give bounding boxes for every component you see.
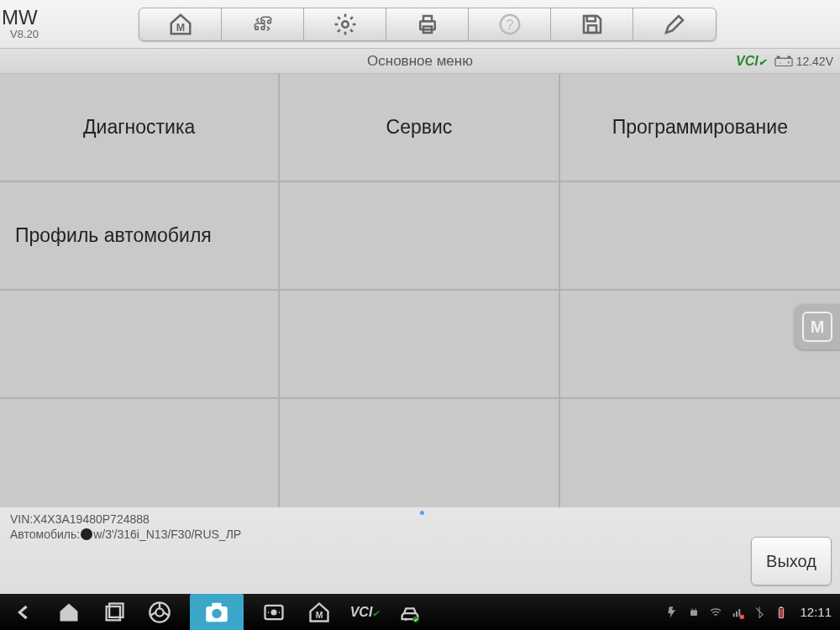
brand-area: MW V8.20 <box>0 8 139 40</box>
svg-point-1 <box>342 21 349 28</box>
home-icon <box>57 601 81 624</box>
network-x-icon: x <box>731 606 744 619</box>
footer-info: VIN:X4X3A19480P724888 Автомобиль: w/3'/3… <box>0 507 840 594</box>
menu-empty-cell <box>280 182 559 291</box>
nav-vci-button[interactable]: VCI✔ <box>349 597 380 627</box>
svg-text:?: ? <box>506 17 513 32</box>
svg-point-22 <box>271 609 277 615</box>
nav-camera-button[interactable] <box>190 594 244 630</box>
menu-empty-cell <box>560 182 840 291</box>
subheader: Основное меню VCI✔ -+ 12.42V <box>0 49 840 74</box>
vci-badge: VCI✔ <box>736 54 766 69</box>
recent-apps-icon <box>102 601 126 624</box>
svg-text:M: M <box>176 21 184 33</box>
nav-back-button[interactable] <box>8 597 39 627</box>
home-button[interactable]: M <box>139 8 222 40</box>
nav-recent-button[interactable] <box>99 597 129 627</box>
svg-rect-32 <box>736 611 738 617</box>
edit-button[interactable] <box>633 8 716 40</box>
print-button[interactable] <box>386 8 469 40</box>
vehicle-button[interactable] <box>222 8 304 40</box>
redacted-dot <box>81 528 92 540</box>
toolbar-button-group: M ? <box>139 8 717 41</box>
svg-rect-7 <box>586 16 595 21</box>
vehicle-label: Автомобиль: <box>10 528 80 541</box>
svg-point-17 <box>155 608 163 616</box>
nav-maxisys-button[interactable]: M <box>304 597 334 627</box>
svg-rect-37 <box>780 606 783 607</box>
brand-name: MW <box>2 8 139 28</box>
menu-empty-cell <box>0 399 280 507</box>
svg-point-19 <box>212 608 221 617</box>
nav-home-button[interactable] <box>54 597 84 627</box>
menu-item-vehicle-profile[interactable]: Профиль автомобиля <box>0 182 280 291</box>
status-area: VCI✔ -+ 12.42V <box>736 54 833 69</box>
svg-text:-: - <box>779 58 781 66</box>
page-dot-indicator <box>420 511 424 515</box>
vehicle-value: w/3'/316i_N13/F30/RUS_ЛР <box>93 528 241 541</box>
car-icon: ✔ <box>398 601 422 624</box>
menu-item-programming[interactable]: Программирование <box>560 74 840 182</box>
system-navbar: M VCI✔ ✔ x 12:11 <box>0 594 840 630</box>
menu-item-diagnostics[interactable]: Диагностика <box>0 74 280 182</box>
svg-rect-31 <box>733 613 735 617</box>
main-menu-grid: Диагностика Сервис Программирование Проф… <box>0 74 840 507</box>
menu-empty-cell <box>280 399 559 507</box>
help-button[interactable]: ? <box>469 8 551 40</box>
svg-rect-8 <box>588 25 596 33</box>
svg-text:✔: ✔ <box>414 617 418 622</box>
svg-rect-3 <box>423 16 432 21</box>
pencil-icon <box>662 12 687 37</box>
bluetooth-icon <box>753 606 766 619</box>
gear-icon <box>333 12 358 37</box>
battery-indicator: -+ 12.42V <box>774 55 833 68</box>
menu-empty-cell <box>560 399 840 507</box>
vehicle-swap-icon <box>250 12 276 37</box>
svg-rect-20 <box>212 602 221 607</box>
save-button[interactable] <box>551 8 633 40</box>
battery-status-icon <box>774 606 788 619</box>
camera-icon <box>202 598 231 627</box>
car-battery-icon: -+ <box>774 55 793 67</box>
menu-empty-cell <box>0 291 280 399</box>
system-tray[interactable]: x 12:11 <box>665 605 832 619</box>
clock: 12:11 <box>800 605 832 619</box>
settings-button[interactable] <box>304 8 386 40</box>
brightness-icon <box>262 601 286 624</box>
printer-icon <box>415 12 440 37</box>
svg-rect-38 <box>780 609 783 617</box>
voltage-value: 12.42V <box>796 55 833 68</box>
save-icon <box>580 12 605 37</box>
chrome-icon <box>148 601 171 624</box>
brand-version: V8.20 <box>2 28 139 40</box>
svg-text:M: M <box>316 610 323 620</box>
menu-empty-cell <box>280 291 559 399</box>
home-m-icon: M <box>168 12 193 37</box>
top-toolbar: MW V8.20 M ? <box>0 0 840 49</box>
vehicle-line: Автомобиль: w/3'/316i_N13/F30/RUS_ЛР <box>10 528 830 541</box>
wifi-icon <box>709 606 722 619</box>
svg-point-29 <box>692 608 693 609</box>
exit-button[interactable]: Выход <box>751 537 832 585</box>
vin-value: X4X3A19480P724888 <box>33 512 150 526</box>
flash-icon <box>665 606 679 619</box>
svg-point-30 <box>696 608 696 609</box>
help-icon: ? <box>497 12 522 37</box>
nav-chrome-button[interactable] <box>144 597 175 627</box>
menu-item-service[interactable]: Сервис <box>280 74 559 182</box>
page-title: Основное меню <box>367 53 473 70</box>
back-icon <box>12 601 35 624</box>
home-m-icon: M <box>307 601 331 624</box>
nav-car-button[interactable]: ✔ <box>395 597 425 627</box>
svg-point-24 <box>405 617 408 621</box>
svg-text:+: + <box>786 58 790 66</box>
vin-label: VIN: <box>10 512 33 526</box>
nav-brightness-button[interactable] <box>259 597 289 627</box>
svg-rect-28 <box>690 610 697 616</box>
floating-m-button[interactable]: M <box>795 304 840 349</box>
vci-icon: VCI✔ <box>350 605 380 620</box>
android-icon <box>687 606 701 619</box>
m-icon: M <box>802 312 832 342</box>
